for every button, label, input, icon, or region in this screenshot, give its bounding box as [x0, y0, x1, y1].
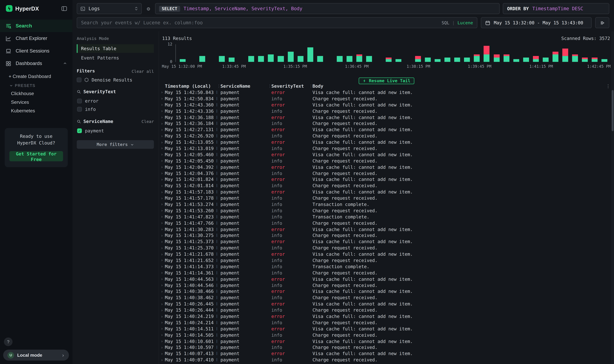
row-expand-chevron[interactable]: ›: [159, 177, 165, 182]
row-expand-chevron[interactable]: ›: [159, 221, 165, 225]
row-expand-chevron[interactable]: ›: [159, 190, 165, 194]
table-row[interactable]: ›May 15 1:42:36.184 PMpaymentinfoCharge …: [159, 120, 611, 127]
row-expand-chevron[interactable]: ›: [159, 351, 165, 356]
row-expand-chevron[interactable]: ›: [159, 140, 165, 144]
row-expand-chevron[interactable]: ›: [159, 339, 165, 343]
column-resize-handle[interactable]: ⋮: [309, 84, 313, 88]
row-expand-chevron[interactable]: ›: [159, 308, 165, 312]
scrollbar-thumb[interactable]: [612, 90, 614, 131]
table-row[interactable]: ›May 15 1:42:43.336 PMpaymentinfoCharge …: [159, 108, 611, 114]
row-expand-chevron[interactable]: ›: [159, 171, 165, 175]
table-row[interactable]: ›May 15 1:41:53.274 PMpaymentinfoTransac…: [159, 201, 611, 208]
row-expand-chevron[interactable]: ›: [159, 103, 165, 107]
row-expand-chevron[interactable]: ›: [159, 296, 165, 300]
mode-results-table[interactable]: Results Table: [77, 44, 154, 53]
row-expand-chevron[interactable]: ›: [159, 121, 165, 126]
row-expand-chevron[interactable]: ›: [159, 345, 165, 350]
table-row[interactable]: ›May 15 1:40:26.444 PMpaymentinfoCharge …: [159, 307, 611, 313]
mode-event-patterns[interactable]: Event Patterns: [77, 54, 154, 62]
table-row[interactable]: ›May 15 1:40:10.601 PMpaymenterrorVisa c…: [159, 338, 611, 344]
column-header-servicename[interactable]: ServiceName: [221, 83, 268, 89]
table-row[interactable]: ›May 15 1:40:14.511 PMpaymenterrorVisa c…: [159, 326, 611, 332]
table-row[interactable]: ›May 15 1:40:24.219 PMpaymenterrorVisa c…: [159, 313, 611, 319]
table-row[interactable]: ›May 15 1:40:44.563 PMpaymenterrorVisa c…: [159, 276, 611, 282]
row-expand-chevron[interactable]: ›: [159, 159, 165, 163]
row-expand-chevron[interactable]: ›: [159, 326, 165, 331]
sql-language-option[interactable]: SQL: [442, 20, 449, 25]
row-expand-chevron[interactable]: ›: [159, 96, 165, 101]
facet-option-payment[interactable]: ✓payment: [77, 127, 154, 135]
sidebar-item-search[interactable]: Search: [0, 20, 72, 32]
time-range-picker[interactable]: May 15 13:32:00 - May 15 13:43:00: [481, 17, 592, 28]
table-row[interactable]: ›May 15 1:41:30.275 PMpaymentinfoCharge …: [159, 232, 611, 239]
table-row[interactable]: ›May 15 1:42:01.824 PMpaymenterrorVisa c…: [159, 176, 611, 182]
table-row[interactable]: ›May 15 1:40:07.410 PMpaymentinfoCharge …: [159, 357, 611, 363]
table-row[interactable]: ›May 15 1:41:47.766 PMpaymentinfoCharge …: [159, 220, 611, 226]
row-expand-chevron[interactable]: ›: [159, 233, 165, 237]
table-menu-icon[interactable]: ⋮: [605, 83, 611, 89]
presets-toggle[interactable]: PRESETS: [0, 81, 72, 89]
table-row[interactable]: ›May 15 1:41:21.678 PMpaymenterrorVisa c…: [159, 251, 611, 257]
help-button[interactable]: ?: [4, 338, 13, 346]
row-expand-chevron[interactable]: ›: [159, 314, 165, 318]
row-expand-chevron[interactable]: ›: [159, 289, 165, 294]
sidebar-collapse-icon[interactable]: [61, 5, 67, 12]
row-expand-chevron[interactable]: ›: [159, 115, 165, 119]
create-dashboard-button[interactable]: + Create Dashboard: [0, 70, 72, 81]
table-row[interactable]: ›May 15 1:40:07.413 PMpaymenterrorVisa c…: [159, 351, 611, 357]
row-expand-chevron[interactable]: ›: [159, 240, 165, 244]
table-row[interactable]: ›May 15 1:41:25.370 PMpaymentinfoCharge …: [159, 245, 611, 251]
preset-item-kubernetes[interactable]: Kubernetes: [0, 106, 72, 115]
table-row[interactable]: ›May 15 1:42:04.376 PMpaymentinfoCharge …: [159, 170, 611, 176]
sidebar-item-chart-explorer[interactable]: Chart Explorer: [0, 32, 72, 45]
row-expand-chevron[interactable]: ›: [159, 152, 165, 157]
table-row[interactable]: ›May 15 1:42:50.834 PMpaymentinfoCharge …: [159, 95, 611, 102]
checkbox[interactable]: [77, 107, 82, 111]
table-row[interactable]: ›May 15 1:40:14.505 PMpaymentinfoCharge …: [159, 332, 611, 338]
row-expand-chevron[interactable]: ›: [159, 277, 165, 281]
row-expand-chevron[interactable]: ›: [159, 333, 165, 337]
table-row[interactable]: ›May 15 1:42:43.360 PMpaymenterrorVisa c…: [159, 102, 611, 108]
table-row[interactable]: ›May 15 1:41:57.178 PMpaymentinfoCharge …: [159, 195, 611, 201]
sidebar-item-dashboards[interactable]: Dashboards: [0, 57, 72, 70]
table-row[interactable]: ›May 15 1:41:47.823 PMpaymentinfoTransac…: [159, 214, 611, 220]
row-expand-chevron[interactable]: ›: [159, 302, 165, 306]
table-row[interactable]: ›May 15 1:41:30.283 PMpaymenterrorVisa c…: [159, 226, 611, 232]
get-started-button[interactable]: Get Started for Free: [10, 151, 63, 161]
denoise-checkbox[interactable]: [77, 78, 81, 82]
table-row[interactable]: ›May 15 1:42:13.019 PMpaymentinfoCharge …: [159, 145, 611, 151]
column-resize-handle[interactable]: ⋮: [217, 84, 221, 88]
table-row[interactable]: ›May 15 1:41:14.361 PMpaymentinfoCharge …: [159, 270, 611, 276]
column-header-severitytext[interactable]: SeverityText: [271, 83, 309, 89]
checkbox[interactable]: ✓: [77, 128, 82, 133]
table-row[interactable]: ›May 15 1:40:38.466 PMpaymenterrorVisa c…: [159, 288, 611, 295]
row-expand-chevron[interactable]: ›: [159, 109, 165, 113]
table-row[interactable]: ›May 15 1:42:13.055 PMpaymenterrorVisa c…: [159, 139, 611, 145]
table-row[interactable]: ›May 15 1:42:50.843 PMpaymenterrorVisa c…: [159, 89, 611, 95]
table-row[interactable]: ›May 15 1:41:57.183 PMpaymenterrorVisa c…: [159, 189, 611, 195]
preset-item-services[interactable]: Services: [0, 98, 72, 106]
row-expand-chevron[interactable]: ›: [159, 90, 165, 94]
row-expand-chevron[interactable]: ›: [159, 196, 165, 200]
column-header-timestamp[interactable]: Timestamp (Local): [165, 83, 217, 89]
row-expand-chevron[interactable]: ›: [159, 258, 165, 262]
table-row[interactable]: ›May 15 1:40:38.462 PMpaymentinfoCharge …: [159, 295, 611, 301]
source-settings-gear-icon[interactable]: ⚙: [145, 3, 152, 14]
row-expand-chevron[interactable]: ›: [159, 264, 165, 269]
table-row[interactable]: ›May 15 1:42:36.188 PMpaymenterrorVisa c…: [159, 114, 611, 120]
facet-option-error[interactable]: error: [77, 97, 154, 105]
row-expand-chevron[interactable]: ›: [159, 215, 165, 219]
facet-option-info[interactable]: info: [77, 105, 154, 113]
row-expand-chevron[interactable]: ›: [159, 358, 165, 362]
more-filters-button[interactable]: More filters: [77, 140, 154, 149]
clear-all-filters-button[interactable]: Clear all: [132, 69, 154, 73]
denoise-results-toggle[interactable]: Denoise Results: [77, 77, 154, 83]
table-row[interactable]: ›May 15 1:42:05.450 PMpaymentinfoCharge …: [159, 158, 611, 164]
row-expand-chevron[interactable]: ›: [159, 227, 165, 231]
lucene-language-option[interactable]: Lucene: [457, 20, 473, 25]
row-expand-chevron[interactable]: ›: [159, 271, 165, 275]
sql-select-editor[interactable]: SELECT Timestamp, ServiceName, SeverityT…: [155, 3, 500, 14]
row-expand-chevron[interactable]: ›: [159, 208, 165, 213]
table-row[interactable]: ›May 15 1:40:44.546 PMpaymentinfoCharge …: [159, 282, 611, 288]
table-row[interactable]: ›May 15 1:42:26.920 PMpaymentinfoCharge …: [159, 133, 611, 139]
